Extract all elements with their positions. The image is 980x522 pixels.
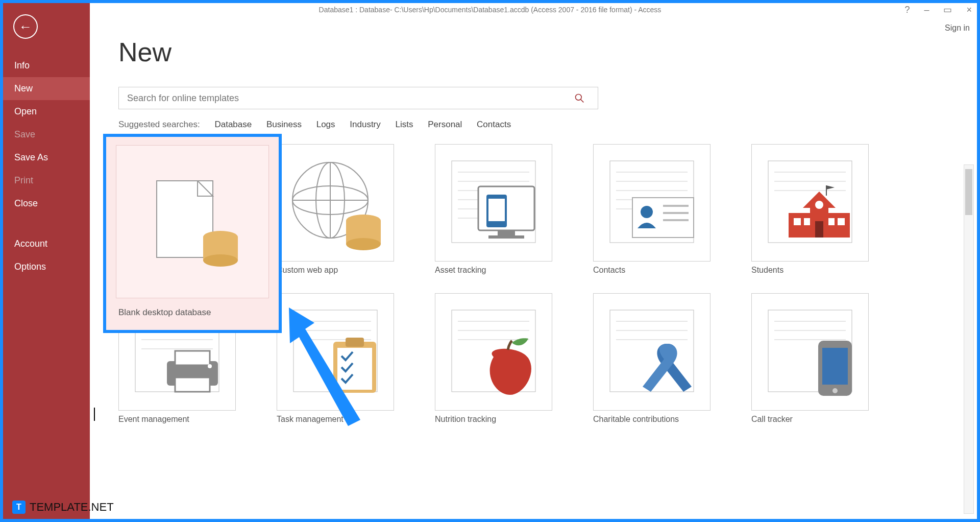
search-input[interactable] bbox=[119, 93, 574, 104]
phone-icon bbox=[759, 301, 861, 403]
template-label: Event management bbox=[118, 415, 236, 424]
svg-point-60 bbox=[208, 364, 212, 368]
ribbon-icon bbox=[601, 301, 703, 403]
suggested-link[interactable]: Database bbox=[214, 120, 252, 129]
backstage-sidebar: ← Info New Open Save Save As Print Close… bbox=[3, 3, 90, 519]
template-label: Nutrition tracking bbox=[435, 415, 552, 424]
watermark-text: TEMPLATE.NET bbox=[30, 501, 114, 514]
template-blank-desktop-database[interactable]: Blank desktop database bbox=[118, 144, 236, 275]
apple-icon bbox=[443, 301, 545, 403]
search-icon bbox=[574, 93, 598, 103]
sidebar-item-new[interactable]: New bbox=[3, 77, 90, 100]
minimize-button[interactable]: – bbox=[924, 5, 929, 15]
watermark: T TEMPLATE.NET bbox=[12, 501, 114, 514]
template-label: Blank desktop database bbox=[118, 307, 211, 318]
contact-card-icon bbox=[601, 152, 703, 254]
template-custom-web-app[interactable]: Custom web app bbox=[277, 144, 394, 275]
template-label: Charitable contributions bbox=[593, 415, 710, 424]
sidebar-item-print: Print bbox=[3, 169, 90, 192]
globe-db-icon bbox=[284, 152, 386, 254]
svg-rect-81 bbox=[822, 348, 848, 385]
back-arrow-icon: ← bbox=[19, 19, 32, 35]
template-call-tracker[interactable]: Call tracker bbox=[751, 293, 869, 424]
svg-rect-43 bbox=[804, 218, 811, 225]
template-contacts[interactable]: Contacts bbox=[593, 144, 710, 275]
svg-point-48 bbox=[815, 201, 823, 209]
svg-point-13 bbox=[346, 238, 381, 250]
sidebar-item-options[interactable]: Options bbox=[3, 255, 90, 278]
template-asset-tracking[interactable]: Asset tracking bbox=[435, 144, 552, 275]
svg-point-0 bbox=[576, 94, 582, 101]
template-label: Contacts bbox=[593, 266, 710, 275]
text-cursor-icon bbox=[94, 408, 95, 421]
suggested-link[interactable]: Contacts bbox=[477, 120, 511, 129]
template-grid: Blank desktop database C bbox=[118, 144, 948, 424]
svg-rect-32 bbox=[632, 198, 694, 238]
sidebar-item-info[interactable]: Info bbox=[3, 54, 90, 77]
template-label: Students bbox=[751, 266, 869, 275]
svg-rect-49 bbox=[815, 221, 823, 238]
svg-rect-67 bbox=[346, 338, 364, 347]
svg-point-82 bbox=[832, 388, 838, 393]
suggested-link[interactable]: Industry bbox=[350, 120, 380, 129]
page-title: New bbox=[118, 37, 948, 67]
template-students[interactable]: Students bbox=[751, 144, 869, 275]
help-button[interactable]: ? bbox=[904, 5, 910, 15]
window-title: Database1 : Database- C:\Users\Hp\Docume… bbox=[319, 6, 662, 14]
scrollbar-thumb[interactable] bbox=[965, 169, 972, 215]
template-label: Custom web app bbox=[277, 266, 394, 275]
svg-rect-25 bbox=[488, 199, 505, 221]
watermark-badge-icon: T bbox=[12, 501, 26, 514]
blank-db-icon bbox=[141, 171, 243, 273]
search-button[interactable] bbox=[574, 93, 598, 103]
svg-line-1 bbox=[581, 100, 584, 103]
clipboard-check-icon bbox=[284, 301, 386, 403]
template-label: Asset tracking bbox=[435, 266, 552, 275]
svg-rect-22 bbox=[498, 230, 515, 235]
monitor-tablet-icon bbox=[443, 152, 545, 254]
sidebar-item-open[interactable]: Open bbox=[3, 100, 90, 123]
sidebar-item-close[interactable]: Close bbox=[3, 192, 90, 215]
svg-rect-23 bbox=[488, 235, 524, 239]
template-task-management[interactable]: Task management bbox=[277, 293, 394, 424]
back-button[interactable]: ← bbox=[13, 14, 38, 39]
suggested-link[interactable]: Lists bbox=[396, 120, 413, 129]
titlebar: Database1 : Database- C:\Users\Hp\Docume… bbox=[3, 3, 977, 16]
sidebar-item-account[interactable]: Account bbox=[3, 232, 90, 255]
template-label: Task management bbox=[277, 415, 394, 424]
svg-rect-42 bbox=[794, 218, 801, 225]
template-nutrition-tracking[interactable]: Nutrition tracking bbox=[435, 293, 552, 424]
svg-point-5 bbox=[203, 254, 238, 267]
sidebar-item-save: Save bbox=[3, 123, 90, 146]
suggested-link[interactable]: Logs bbox=[316, 120, 335, 129]
template-charitable-contributions[interactable]: Charitable contributions bbox=[593, 293, 710, 424]
vertical-scrollbar[interactable] bbox=[964, 164, 974, 514]
content-area: New Suggested searches: Database Busines… bbox=[90, 16, 977, 519]
annotation-highlight-box: Blank desktop database bbox=[103, 134, 282, 333]
svg-rect-44 bbox=[827, 218, 835, 225]
template-label: Call tracker bbox=[751, 415, 869, 424]
search-box[interactable] bbox=[118, 87, 598, 109]
svg-rect-45 bbox=[838, 218, 845, 225]
svg-point-33 bbox=[641, 206, 653, 218]
close-window-button[interactable]: × bbox=[966, 5, 972, 15]
sidebar-item-saveas[interactable]: Save As bbox=[3, 146, 90, 169]
maximize-button[interactable]: ▭ bbox=[943, 4, 952, 15]
svg-rect-58 bbox=[175, 351, 210, 365]
suggested-label: Suggested searches: bbox=[118, 120, 200, 129]
suggested-link[interactable]: Business bbox=[266, 120, 302, 129]
suggested-searches: Suggested searches: Database Business Lo… bbox=[118, 120, 948, 130]
school-icon bbox=[759, 152, 861, 254]
svg-rect-59 bbox=[175, 377, 210, 392]
suggested-link[interactable]: Personal bbox=[428, 120, 462, 129]
